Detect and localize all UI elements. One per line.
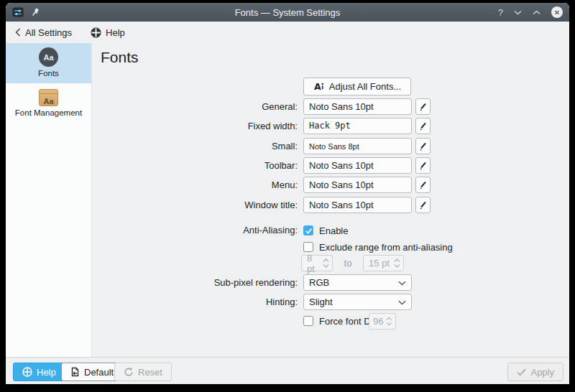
back-all-settings-button[interactable]: All Settings bbox=[15, 27, 72, 38]
small-font-field[interactable]: Noto Sans 8pt bbox=[303, 138, 412, 154]
range-from-spinbox: 8 pt bbox=[301, 255, 333, 271]
page-title: Fonts bbox=[101, 49, 139, 66]
font-management-icon: Aa bbox=[39, 89, 58, 106]
anti-aliasing-label: Anti-Aliasing: bbox=[154, 225, 298, 235]
reset-button-label: Reset bbox=[138, 367, 162, 378]
pen-icon bbox=[418, 161, 428, 170]
menu-font-field[interactable]: Noto Sans 10pt bbox=[303, 177, 412, 193]
footer: Help Defaults Reset Apply bbox=[6, 357, 569, 384]
enable-anti-aliasing-label[interactable]: Enable bbox=[319, 225, 348, 236]
help-button[interactable]: Help bbox=[13, 363, 65, 381]
system-settings-window: Fonts — System Settings ? ✕ All Settings bbox=[6, 3, 569, 384]
pen-icon bbox=[418, 141, 428, 151]
subpixel-rendering-dropdown[interactable]: RGB bbox=[303, 274, 412, 291]
subpixel-rendering-label: Sub-pixel rendering: bbox=[154, 274, 298, 291]
apply-button-label: Apply bbox=[530, 367, 554, 378]
sidebar: Aa Fonts Aa Font Management bbox=[6, 43, 92, 357]
menu-font-label: Menu: bbox=[154, 177, 298, 193]
defaults-button-label: Defaults bbox=[84, 367, 119, 378]
hinting-label: Hinting: bbox=[154, 294, 298, 310]
enable-anti-aliasing-checkbox[interactable] bbox=[303, 225, 313, 235]
svg-text:A: A bbox=[314, 81, 321, 92]
minimize-button[interactable] bbox=[514, 10, 522, 15]
fixed-width-font-field[interactable]: Hack 9pt bbox=[303, 118, 412, 134]
exclude-range-label[interactable]: Exclude range from anti-aliasing bbox=[319, 242, 453, 253]
sidebar-item-font-management[interactable]: Aa Font Management bbox=[6, 83, 91, 123]
exclude-range-checkbox[interactable] bbox=[303, 242, 313, 252]
force-font-dpi-checkbox[interactable] bbox=[303, 316, 313, 326]
general-label: General: bbox=[154, 98, 298, 115]
range-connector-label: to bbox=[333, 258, 363, 269]
force-font-dpi-value: 96 bbox=[373, 316, 383, 327]
chevron-down-icon bbox=[398, 300, 406, 305]
hinting-value: Slight bbox=[309, 297, 333, 307]
check-icon bbox=[517, 368, 526, 376]
document-revert-icon bbox=[70, 367, 80, 377]
window-title: Fonts — System Settings bbox=[6, 7, 569, 18]
chevron-down-icon bbox=[398, 281, 406, 286]
check-icon bbox=[305, 227, 313, 235]
fixed-width-label: Fixed width: bbox=[154, 118, 298, 134]
pen-icon bbox=[418, 200, 428, 210]
sidebar-item-label: Font Management bbox=[7, 108, 90, 117]
reset-button[interactable]: Reset bbox=[114, 363, 172, 381]
toolbar-font-field[interactable]: Noto Sans 10pt bbox=[303, 157, 412, 174]
menu-font-edit-button[interactable] bbox=[415, 177, 431, 193]
force-font-dpi-spinbox: 96 bbox=[369, 313, 396, 330]
apply-button[interactable]: Apply bbox=[507, 363, 564, 381]
range-to-spinbox: 15 pt bbox=[363, 255, 404, 271]
toolbar-help-button[interactable]: Help bbox=[91, 27, 125, 38]
toolbar-help-label: Help bbox=[106, 27, 125, 38]
hinting-dropdown[interactable]: Slight bbox=[303, 294, 412, 310]
titlebar-help-button[interactable]: ? bbox=[498, 8, 503, 17]
fixed-width-edit-button[interactable] bbox=[415, 118, 431, 134]
small-edit-button[interactable] bbox=[415, 138, 431, 154]
pin-icon[interactable] bbox=[31, 8, 40, 17]
range-from-value: 8 pt bbox=[307, 253, 320, 274]
spinner-arrows-icon bbox=[386, 316, 392, 327]
adjust-fonts-icon: A bbox=[313, 81, 325, 92]
small-label: Small: bbox=[154, 138, 298, 154]
toolbar-font-label: Toolbar: bbox=[154, 157, 298, 174]
help-button-label: Help bbox=[37, 367, 56, 378]
chevron-left-icon bbox=[15, 28, 21, 37]
range-to-value: 15 pt bbox=[369, 258, 391, 269]
window-title-edit-button[interactable] bbox=[415, 197, 431, 213]
spinner-arrows-icon bbox=[394, 258, 400, 269]
subpixel-rendering-value: RGB bbox=[309, 277, 329, 288]
adjust-all-fonts-label: Adjust All Fonts... bbox=[329, 81, 401, 92]
spinner-arrows-icon bbox=[323, 258, 329, 269]
toolbar: All Settings Help bbox=[6, 22, 569, 43]
pen-icon bbox=[418, 180, 428, 190]
fonts-icon: Aa bbox=[39, 47, 58, 67]
toolbar-font-edit-button[interactable] bbox=[415, 157, 431, 174]
titlebar: Fonts — System Settings ? ✕ bbox=[6, 3, 569, 22]
maximize-button[interactable] bbox=[533, 10, 540, 15]
general-edit-button[interactable] bbox=[415, 98, 431, 115]
window-title-font-field[interactable]: Noto Sans 10pt bbox=[303, 197, 412, 213]
adjust-all-fonts-button[interactable]: A Adjust All Fonts... bbox=[303, 78, 411, 95]
undo-icon bbox=[124, 367, 134, 377]
close-button[interactable]: ✕ bbox=[551, 6, 563, 18]
general-font-field[interactable]: Noto Sans 10pt bbox=[303, 98, 412, 115]
sidebar-item-label: Fonts bbox=[7, 69, 90, 78]
back-all-settings-label: All Settings bbox=[25, 27, 72, 38]
system-settings-app-icon bbox=[12, 7, 24, 17]
sidebar-item-fonts[interactable]: Aa Fonts bbox=[6, 43, 91, 83]
help-icon bbox=[22, 367, 32, 377]
pen-icon bbox=[418, 102, 428, 111]
pen-icon bbox=[418, 121, 428, 131]
help-icon bbox=[91, 27, 101, 38]
window-title-font-label: Window title: bbox=[154, 197, 298, 213]
